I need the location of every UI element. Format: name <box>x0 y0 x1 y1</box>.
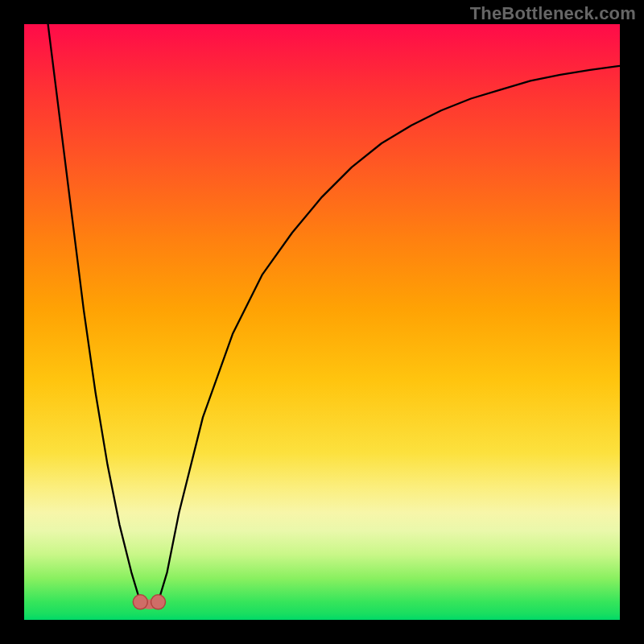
min-marker-left <box>133 595 147 609</box>
attribution-label: TheBottleneck.com <box>470 3 636 24</box>
min-marker-right <box>151 595 166 609</box>
curve-left-branch <box>48 24 141 602</box>
curve-svg <box>24 24 620 620</box>
plot-area <box>24 24 620 620</box>
chart-frame: TheBottleneck.com <box>0 0 644 644</box>
curve-group <box>48 24 620 602</box>
curve-right-branch <box>159 66 621 602</box>
min-marker-group <box>133 595 165 609</box>
